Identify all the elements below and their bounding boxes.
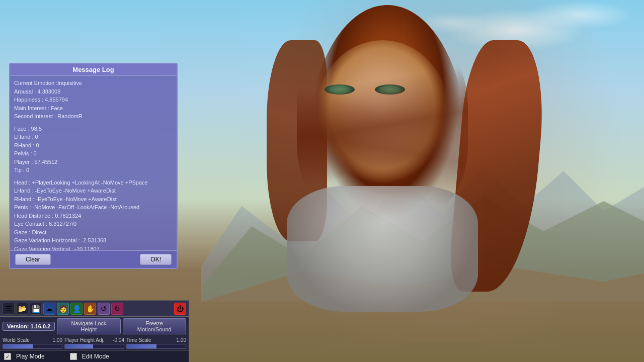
rotate-right-icon[interactable]: ↻ — [111, 303, 123, 315]
time-scale-group: Time Scale 1.00 — [126, 337, 186, 349]
save-icon[interactable]: 💾 — [30, 303, 42, 315]
play-mode-checkbox[interactable]: ✓ — [4, 353, 11, 360]
hand-icon[interactable]: ✋ — [84, 303, 96, 315]
log-line: Penis : -NoMove -FarOff -LookAtFace -Not… — [14, 203, 173, 212]
log-line: Arousal : 4.383008 — [14, 87, 173, 96]
message-log-dialog: Message Log Current Emotion :Inquisitive… — [9, 63, 178, 269]
cloud-icon[interactable]: ☁ — [43, 303, 55, 315]
time-scale-label: Time Scale — [126, 337, 151, 343]
world-scale-group: World Scale 1.00 — [3, 337, 62, 349]
log-line: RHand : -EyeToEye -NoMove +AwareDist — [14, 195, 173, 204]
log-line: Head : +PlayerLooking +LookingAt -NoMove… — [14, 178, 173, 187]
character-viewport — [201, 0, 644, 342]
world-scale-slider[interactable] — [3, 344, 62, 349]
play-mode-label[interactable]: Play Mode — [16, 353, 45, 360]
menu-icon[interactable]: ☰ — [3, 303, 15, 315]
toolbar-sliders-row: World Scale 1.00 Player Height Adj. -0.0… — [0, 336, 189, 350]
world-scale-value: 1.00 — [53, 337, 62, 343]
log-line: Gaze : Direct — [14, 228, 173, 237]
log-line: Pelvis : 0 — [14, 149, 173, 158]
log-line: LHand : -EyeToEye -NoMove +AwareDist — [14, 187, 173, 195]
freeze-motion-sound-button[interactable]: Freeze Motion/Sound — [123, 318, 186, 334]
load-icon[interactable]: 📂 — [16, 303, 28, 315]
player-height-adj-value: -0.04 — [113, 337, 124, 343]
person-icon[interactable]: 🧑 — [57, 303, 69, 315]
log-line: Second Interest : RandomR — [14, 112, 173, 121]
message-log-buttons: Clear OK! — [10, 250, 177, 268]
edit-mode-checkbox[interactable] — [70, 353, 77, 360]
ok-button[interactable]: OK! — [140, 254, 172, 265]
toolbar-icons-row: ☰ 📂 💾 ☁ 🧑 👤 ✋ ↺ ↻ ⏻ — [0, 301, 189, 317]
player-height-adj-group: Player Height Adj. -0.04 — [64, 337, 124, 349]
navigate-lock-height-button[interactable]: Navigate Lock Height — [57, 318, 120, 334]
log-line: Tip : 0 — [14, 166, 173, 174]
log-line: Head Distance : 0.7821324 — [14, 212, 173, 220]
player-height-slider[interactable] — [64, 344, 124, 349]
message-log-title: Message Log — [10, 64, 177, 76]
bottom-toolbar: ☰ 📂 💾 ☁ 🧑 👤 ✋ ↺ ↻ ⏻ Version: 1.16.0.2 Na… — [0, 300, 189, 362]
world-scale-label: World Scale — [3, 337, 30, 343]
log-line: LHand : 0 — [14, 133, 173, 141]
time-scale-value: 1.00 — [177, 337, 186, 343]
clear-button[interactable]: Clear — [15, 254, 51, 265]
time-scale-slider[interactable] — [126, 344, 186, 349]
rotate-left-icon[interactable]: ↺ — [98, 303, 110, 315]
version-badge: Version: 1.16.0.2 — [3, 322, 55, 331]
log-line: RHand : 0 — [14, 141, 173, 150]
message-log-content[interactable]: Current Emotion :InquisitiveArousal : 4.… — [10, 76, 177, 254]
log-line: Player : 57.45512 — [14, 158, 173, 166]
player-height-adj-label: Player Height Adj. — [64, 337, 105, 343]
log-line: Gaze Variation Horizontal : -2.531368 — [14, 236, 173, 245]
log-line: Happiness : 4.855794 — [14, 96, 173, 104]
log-line: Face : 98.5 — [14, 125, 173, 133]
toolbar-mode-row: ✓ Play Mode Edit Mode — [0, 350, 189, 362]
log-line: Main Interest : Face — [14, 104, 173, 113]
power-icon[interactable]: ⏻ — [174, 303, 186, 315]
log-line: Current Emotion :Inquisitive — [14, 79, 173, 87]
person-add-icon[interactable]: 👤 — [70, 303, 83, 315]
log-line: Eye Contact : 6.312727/0 — [14, 220, 173, 228]
edit-mode-label[interactable]: Edit Mode — [82, 353, 109, 360]
toolbar-version-row: Version: 1.16.0.2 Navigate Lock Height F… — [0, 317, 189, 336]
